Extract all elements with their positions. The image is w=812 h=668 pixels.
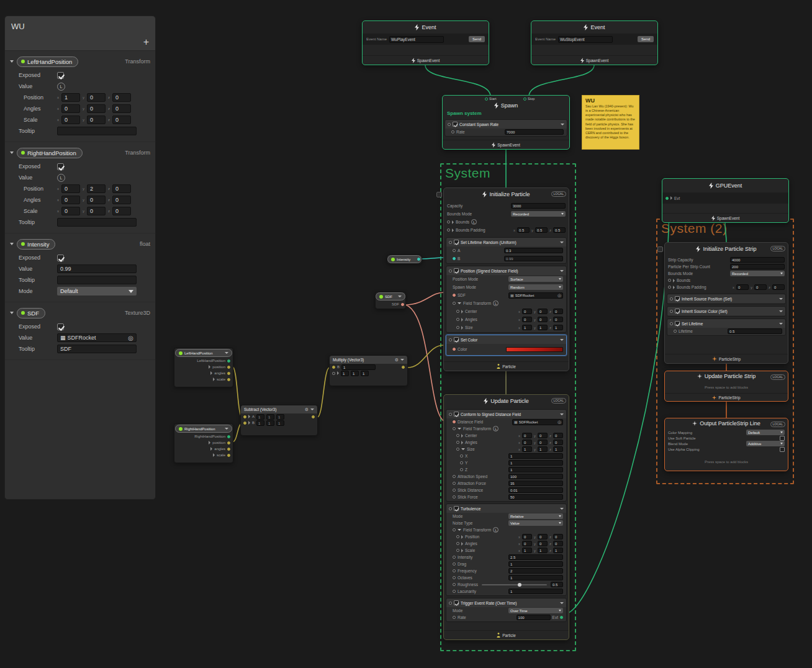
frequency-port[interactable]: [453, 569, 456, 572]
node-header[interactable]: Subtract (Vector3)⚙: [241, 405, 317, 413]
block-chevron-icon[interactable]: [779, 323, 783, 325]
y-field[interactable]: 0: [538, 317, 548, 322]
foldout-icon[interactable]: [248, 415, 250, 418]
collapse-chevron-icon[interactable]: [400, 359, 404, 361]
x-field[interactable]: 0: [522, 317, 532, 322]
foldout-icon[interactable]: [452, 220, 454, 224]
drag-field[interactable]: 1: [508, 561, 563, 567]
b-z-field[interactable]: 1: [276, 420, 284, 426]
b-port[interactable]: [453, 257, 456, 260]
x-field[interactable]: 0: [522, 541, 532, 546]
enable-port[interactable]: [449, 241, 452, 244]
righthandposition-parameter-node[interactable]: RightHandPosition RightHandPosition posi…: [174, 423, 233, 463]
noise-type-dropdown[interactable]: Value: [508, 520, 563, 526]
block-checkbox[interactable]: [453, 122, 458, 127]
y-field[interactable]: 0: [538, 534, 548, 539]
intensity-port[interactable]: [453, 556, 456, 559]
block-checkbox[interactable]: [675, 321, 680, 326]
edge-playevent-to-start[interactable]: [425, 65, 490, 96]
send-button[interactable]: Send: [469, 36, 485, 42]
y-row-field[interactable]: 1: [508, 460, 563, 466]
collapse-chevron-icon[interactable]: [225, 428, 228, 430]
color-mapping-dropdown[interactable]: Default: [746, 430, 785, 435]
enable-port[interactable]: [449, 338, 452, 341]
send-button[interactable]: Send: [638, 36, 654, 42]
enable-port[interactable]: [448, 123, 451, 126]
exposed-checkbox[interactable]: [57, 255, 64, 261]
strip-capacity-field[interactable]: 4000: [730, 257, 785, 263]
x-field[interactable]: 0: [522, 534, 532, 539]
event-node-stop[interactable]: Event Event Name WuStopEvent Send SpawnE…: [531, 20, 658, 65]
exposed-checkbox[interactable]: [57, 72, 64, 79]
position-output-port[interactable]: [227, 366, 230, 369]
x-field[interactable]: 0: [736, 284, 749, 290]
local-space-badge[interactable]: L: [493, 426, 498, 431]
z-field[interactable]: 0: [112, 196, 131, 204]
z-field[interactable]: 1: [553, 325, 563, 330]
block-checkbox[interactable]: [454, 268, 459, 273]
y-field[interactable]: 0: [538, 541, 548, 546]
inherit-source-position-block[interactable]: Inherit Source Position (Set): [667, 294, 786, 304]
octaves-port[interactable]: [453, 576, 456, 579]
parameter-pill[interactable]: Intensity: [17, 239, 55, 250]
local-space-badge[interactable]: L: [57, 174, 65, 182]
space-badge[interactable]: LOCAL: [551, 398, 566, 404]
y-field[interactable]: 0: [87, 207, 106, 215]
x-field[interactable]: 0.5: [517, 227, 530, 233]
foldout-icon[interactable]: [461, 318, 463, 322]
x-field[interactable]: 1: [341, 371, 349, 376]
space-toggle-icon[interactable]: [436, 192, 442, 197]
value-field[interactable]: 0.99: [57, 264, 137, 273]
space-badge[interactable]: LOCAL: [551, 191, 566, 197]
space-badge[interactable]: LOCAL: [770, 422, 785, 427]
block-chevron-icon[interactable]: [779, 310, 783, 312]
particle-per-strip-field[interactable]: 200: [730, 264, 785, 269]
y-field[interactable]: 0: [754, 284, 767, 290]
y-field[interactable]: 0: [538, 440, 548, 445]
collapse-chevron-icon[interactable]: [10, 60, 14, 63]
y-field[interactable]: 0: [87, 93, 106, 102]
enable-port[interactable]: [670, 322, 673, 325]
color-gradient-field[interactable]: [506, 347, 563, 352]
sdf-object-field[interactable]: ▦SDFRocket◎: [508, 292, 563, 299]
x-row-field[interactable]: 1: [508, 453, 563, 459]
parameter-pill[interactable]: SDF: [17, 308, 45, 318]
sdf-parameter-node[interactable]: SDF SDF: [375, 292, 406, 309]
foldout-icon[interactable]: [209, 441, 210, 445]
evt-input-port[interactable]: [665, 197, 669, 200]
foldout-icon[interactable]: [213, 377, 215, 381]
block-chevron-icon[interactable]: [561, 124, 564, 125]
z-field[interactable]: 0: [112, 104, 131, 113]
roughness-field[interactable]: 0.5: [551, 582, 563, 587]
block-checkbox[interactable]: [454, 506, 459, 511]
edge-trigger-to-gpuevent[interactable]: [564, 198, 669, 614]
y-field[interactable]: 0: [87, 196, 106, 204]
foldout-icon[interactable]: [673, 286, 675, 289]
a-field[interactable]: 0.3: [504, 248, 563, 253]
set-color-block[interactable]: Set Color Color: [446, 335, 567, 356]
foldout-icon[interactable]: [458, 529, 461, 531]
event-name-field[interactable]: WuPlayEvent: [389, 36, 444, 43]
y-field[interactable]: 1: [351, 371, 359, 376]
a-z-field[interactable]: 1: [276, 414, 284, 420]
x-field[interactable]: 0: [61, 184, 80, 193]
stick-distance-port[interactable]: [453, 489, 456, 492]
roughness-port[interactable]: [453, 583, 456, 586]
x-field[interactable]: 1: [522, 548, 532, 553]
x-field[interactable]: 1: [522, 325, 532, 330]
foldout-icon[interactable]: [461, 535, 463, 539]
octaves-field[interactable]: 1: [508, 575, 563, 580]
collapse-chevron-icon[interactable]: [225, 352, 228, 354]
foldout-icon[interactable]: [248, 421, 250, 425]
transform-output-port[interactable]: [227, 435, 230, 438]
z-field[interactable]: 0: [553, 541, 563, 546]
field-transform-port[interactable]: [453, 302, 456, 305]
lacunarity-field[interactable]: 1: [508, 589, 563, 594]
collapse-chevron-icon[interactable]: [10, 312, 14, 314]
collapse-chevron-icon[interactable]: [310, 408, 314, 410]
blackboard-panel[interactable]: WU + LeftHandPosition Transform Exposed …: [4, 16, 156, 500]
conform-to-sdf-block[interactable]: Conform to Signed Distance Field Distanc…: [446, 409, 567, 502]
position-output-port[interactable]: [227, 441, 230, 445]
field-transform-port[interactable]: [453, 427, 456, 430]
update-particle-strip-node[interactable]: Update Particle StripLOCAL Press space t…: [664, 371, 788, 402]
